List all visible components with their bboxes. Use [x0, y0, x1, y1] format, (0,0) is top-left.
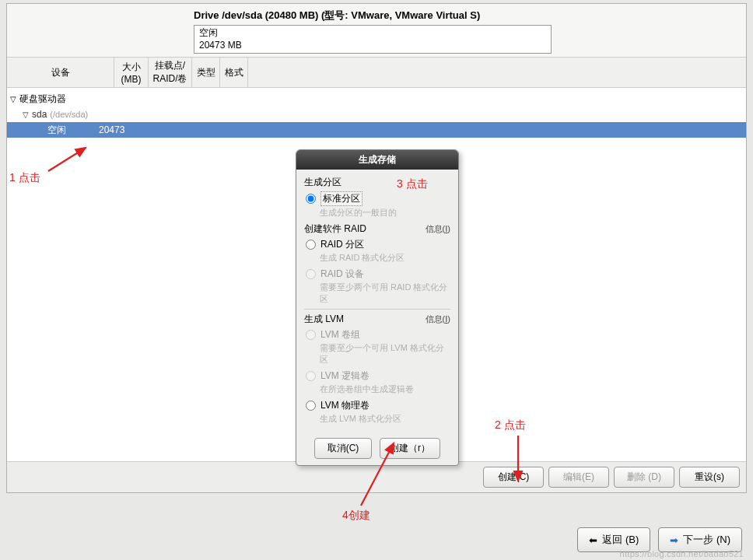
option-raid-part-label: RAID 分区: [320, 238, 364, 251]
col-format[interactable]: 格式: [220, 58, 248, 87]
radio-standard-partition[interactable]: [306, 194, 316, 204]
radio-lvm-lv: [306, 371, 316, 381]
back-label: 返回 (B): [602, 533, 639, 547]
section-partition: 生成分区: [304, 176, 450, 189]
arrow-right-icon: ➡: [670, 534, 678, 546]
option-lvm-lv-label: LVM 逻辑卷: [320, 369, 369, 383]
tree-free-size: 20473: [99, 124, 124, 135]
edit-button-label: 编辑(E): [563, 471, 594, 482]
hint-standard: 生成分区的一般目的: [320, 207, 450, 219]
hint-lvm-vg: 需要至少一个可用 LVM 格式化分区: [320, 342, 450, 366]
tree-free-label: 空闲: [47, 124, 66, 137]
drive-header: Drive /dev/sda (20480 MB) (型号: VMware, V…: [7, 4, 746, 57]
option-raid-partition[interactable]: RAID 分区: [306, 238, 450, 251]
radio-lvm-vg: [306, 330, 316, 340]
watermark: https://blog.csdn.net/badao521: [620, 549, 744, 558]
option-raid-device: RAID 设备: [306, 268, 450, 281]
dialog-title: 生成存储: [296, 150, 458, 170]
dialog-create-button[interactable]: 创建（r）: [380, 438, 440, 459]
tree-root-label: 硬盘驱动器: [19, 93, 66, 106]
dialog-buttons: 取消(C) 创建（r）: [296, 432, 458, 465]
hint-lvm-lv: 在所选卷组中生成逻辑卷: [320, 383, 450, 395]
col-type[interactable]: 类型: [192, 58, 220, 87]
create-storage-dialog: 生成存储 生成分区 标准分区 生成分区的一般目的 创建软件 RAID 信息(I)…: [296, 149, 459, 466]
delete-button: 删除 (D): [614, 467, 674, 488]
lvm-info-link[interactable]: 信息(I): [426, 313, 450, 325]
tree-root-row[interactable]: ▽ 硬盘驱动器: [7, 91, 746, 107]
option-lvm-pv-label: LVM 物理卷: [320, 399, 369, 412]
arrow-left-icon: ⬅: [589, 534, 597, 546]
section-raid-label: 创建软件 RAID: [304, 222, 366, 236]
option-standard-partition[interactable]: 标准分区: [306, 191, 450, 206]
create-button-label: 创建(C): [498, 471, 530, 482]
twisty-icon[interactable]: ▽: [23, 110, 29, 119]
drive-box-line2: 20473 MB: [199, 40, 546, 52]
tree-sda-name: sda: [32, 109, 47, 120]
radio-raid-device: [306, 269, 316, 279]
section-partition-label: 生成分区: [304, 176, 341, 189]
create-button[interactable]: 创建(C): [483, 467, 544, 488]
dialog-body: 生成分区 标准分区 生成分区的一般目的 创建软件 RAID 信息(I) RAID…: [296, 170, 458, 432]
section-lvm: 生成 LVM 信息(I): [304, 313, 450, 326]
option-lvm-vg-label: LVM 卷组: [320, 328, 360, 341]
drive-summary-box: 空闲 20473 MB: [194, 25, 552, 54]
drive-box-line1: 空闲: [199, 27, 546, 40]
option-lvm-pv[interactable]: LVM 物理卷: [306, 399, 450, 412]
tree-sda-row[interactable]: ▽ sda (/dev/sda): [7, 107, 746, 122]
reset-button-label: 重设(s): [695, 471, 724, 482]
dialog-create-label: 创建（r）: [390, 443, 430, 453]
section-lvm-label: 生成 LVM: [304, 313, 344, 326]
section-raid: 创建软件 RAID 信息(I): [304, 222, 450, 236]
option-raid-dev-label: RAID 设备: [320, 268, 364, 281]
hint-raid-part: 生成 RAID 格式化分区: [320, 252, 450, 264]
table-header-row: 设备 大小 (MB) 挂载点/ RAID/卷 类型 格式: [7, 57, 746, 88]
col-device[interactable]: 设备: [7, 58, 114, 87]
twisty-icon[interactable]: ▽: [10, 95, 16, 103]
option-standard-label: 标准分区: [320, 191, 362, 206]
radio-lvm-pv[interactable]: [306, 401, 316, 411]
next-label: 下一步 (N): [683, 533, 730, 547]
radio-raid-partition[interactable]: [306, 240, 316, 250]
col-mount[interactable]: 挂载点/ RAID/卷: [149, 58, 192, 87]
dialog-cancel-label: 取消(C): [327, 443, 359, 453]
reset-button[interactable]: 重设(s): [679, 467, 740, 488]
hint-raid-dev: 需要至少两个可用 RAID 格式化分区: [320, 282, 450, 305]
option-lvm-lv: LVM 逻辑卷: [306, 369, 450, 383]
hint-lvm-pv: 生成 LVM 格式化分区: [320, 413, 450, 425]
tree-sda-path: (/dev/sda): [50, 110, 88, 119]
tree-free-row[interactable]: 空闲 20473: [7, 122, 746, 138]
col-size[interactable]: 大小 (MB): [114, 58, 149, 87]
divider: [304, 309, 450, 310]
drive-title: Drive /dev/sda (20480 MB) (型号: VMware, V…: [194, 9, 746, 23]
edit-button: 编辑(E): [548, 467, 609, 488]
option-lvm-vg: LVM 卷组: [306, 328, 450, 341]
action-buttons-row: 创建(C) 编辑(E) 删除 (D) 重设(s): [7, 461, 746, 492]
annotation-4: 4创建: [342, 509, 370, 523]
raid-info-link[interactable]: 信息(I): [426, 223, 450, 235]
delete-button-label: 删除 (D): [627, 471, 661, 482]
dialog-cancel-button[interactable]: 取消(C): [314, 438, 372, 459]
